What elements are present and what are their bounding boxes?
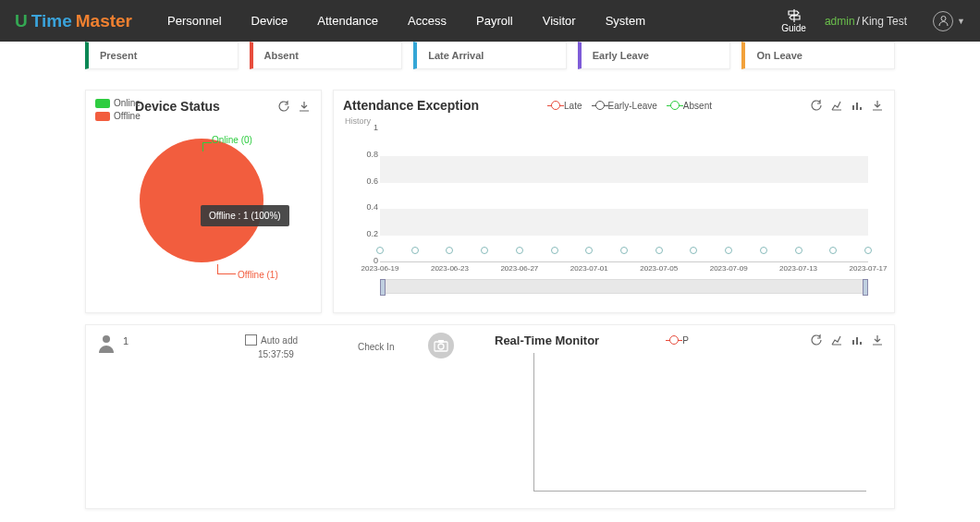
- person-icon: [95, 333, 117, 353]
- data-point: [760, 247, 767, 254]
- x-tick: 2023-07-09: [710, 264, 748, 273]
- user-context: admin / King Test: [825, 15, 907, 28]
- status-late[interactable]: Late Arrival: [413, 42, 567, 69]
- line-chart-icon[interactable]: [829, 98, 844, 113]
- nav-device[interactable]: Device: [239, 6, 301, 35]
- pie-tooltip: Offline : 1 (100%): [201, 205, 289, 226]
- data-point: [411, 247, 419, 254]
- logo-part: Master: [76, 11, 132, 31]
- download-icon[interactable]: [870, 333, 885, 347]
- legend-mark-late: [551, 101, 560, 110]
- data-point: [795, 247, 802, 254]
- user-admin-label: admin: [825, 15, 855, 28]
- svg-point-3: [438, 344, 444, 349]
- svg-rect-4: [438, 340, 444, 343]
- status-early[interactable]: Early Leave: [578, 42, 731, 69]
- bar-chart-icon[interactable]: [850, 333, 864, 347]
- data-point: [551, 247, 558, 254]
- attendance-chart: 2023-06-192023-06-232023-06-272023-07-01…: [380, 129, 868, 273]
- data-point: [690, 247, 697, 254]
- attendance-legend: Late Early-Leave Absent: [551, 101, 712, 111]
- realtime-monitor: Real-Time Monitor P: [485, 325, 894, 508]
- refresh-icon[interactable]: [809, 333, 824, 347]
- line-chart-icon[interactable]: [829, 333, 844, 347]
- svg-point-0: [941, 17, 946, 21]
- data-point: [829, 247, 837, 254]
- legend-mark-early: [595, 101, 605, 110]
- x-tick: 2023-06-27: [500, 264, 538, 273]
- auto-add-text: Auto add: [261, 335, 298, 346]
- pie-offline-label: Offline (1): [238, 270, 278, 280]
- nav-access[interactable]: Access: [395, 6, 459, 35]
- download-icon[interactable]: [870, 98, 885, 113]
- status-label: Absent: [264, 50, 299, 61]
- logo-part: Time: [31, 11, 72, 31]
- legend-late-label: Late: [564, 101, 582, 111]
- camera-icon: [428, 333, 454, 358]
- y-tick: 0.8: [358, 150, 378, 159]
- status-label: On Leave: [756, 50, 802, 61]
- x-tick: 2023-07-13: [779, 264, 817, 273]
- data-point: [446, 247, 453, 254]
- refresh-icon[interactable]: [276, 99, 291, 114]
- user-name: King Test: [862, 15, 907, 28]
- attendance-exception-panel: Attendance Exception Late Early-Leave Ab…: [333, 90, 895, 313]
- device-status-panel: Online Offline Device Status Online (0) …: [85, 90, 322, 313]
- caret-down-icon: ▼: [957, 17, 965, 26]
- svg-point-1: [103, 335, 110, 343]
- y-tick: 0.4: [358, 202, 378, 212]
- realtime-title: Real-Time Monitor: [495, 334, 599, 347]
- status-leave[interactable]: On Leave: [741, 42, 895, 69]
- device-icon: [245, 334, 257, 346]
- device-pie-chart: Online (0) Offline (1) Offline : 1 (100%…: [86, 118, 321, 294]
- user-separator: /: [857, 15, 860, 28]
- legend-absent-label: Absent: [683, 101, 712, 111]
- refresh-icon[interactable]: [809, 98, 824, 113]
- download-icon[interactable]: [297, 99, 312, 114]
- status-label: Late Arrival: [428, 50, 484, 61]
- user-menu-button[interactable]: ▼: [933, 11, 965, 31]
- guide-button[interactable]: Guide: [781, 8, 806, 33]
- nav-payroll[interactable]: Payroll: [463, 6, 526, 35]
- status-present[interactable]: Present: [85, 42, 239, 69]
- legend-early-label: Early-Leave: [608, 101, 657, 111]
- y-tick: 0: [358, 256, 378, 265]
- slider-handle-left[interactable]: [380, 279, 386, 296]
- chart-range-slider[interactable]: [380, 279, 868, 294]
- signpost-icon: [786, 8, 802, 23]
- nav-visitor[interactable]: Visitor: [530, 6, 589, 35]
- monitor-event-card: 1 Auto add 15:37:59 Check In: [86, 325, 485, 508]
- bar-chart-icon[interactable]: [850, 98, 864, 113]
- legend-p-label: P: [682, 335, 689, 346]
- legend-online-label: Online: [114, 98, 141, 108]
- history-label: History: [334, 116, 894, 126]
- nav-system[interactable]: System: [593, 6, 658, 35]
- logo-part: U: [15, 11, 28, 31]
- y-tick: 0.6: [358, 176, 378, 186]
- nav-attendance[interactable]: Attendance: [304, 6, 391, 35]
- slider-handle-right[interactable]: [863, 279, 868, 296]
- y-tick: 0.2: [358, 229, 378, 238]
- x-tick: 2023-06-23: [431, 264, 469, 273]
- guide-label: Guide: [781, 23, 806, 33]
- device-status-title: Device Status: [135, 99, 220, 114]
- pie-online-label: Online (0): [212, 135, 252, 145]
- data-point: [655, 247, 663, 254]
- nav-menu: Personnel Device Attendance Access Payro…: [154, 6, 658, 35]
- status-absent[interactable]: Absent: [250, 42, 403, 69]
- auto-add-label: Auto add: [245, 334, 298, 346]
- legend-swatch-online: [95, 99, 110, 108]
- person-id: 1: [123, 335, 129, 346]
- data-point: [725, 247, 732, 254]
- event-type: Check In: [358, 342, 394, 352]
- y-tick: 1: [358, 123, 378, 132]
- data-point: [585, 247, 593, 254]
- navbar: UTime Master Personnel Device Attendance…: [0, 0, 980, 42]
- legend-mark-p: [669, 335, 679, 345]
- event-time: 15:37:59: [258, 349, 294, 359]
- nav-personnel[interactable]: Personnel: [154, 6, 235, 35]
- pie-offline-slice: [140, 139, 263, 262]
- data-point: [516, 247, 523, 254]
- app-logo: UTime Master: [15, 11, 132, 31]
- avatar-icon: [933, 11, 953, 31]
